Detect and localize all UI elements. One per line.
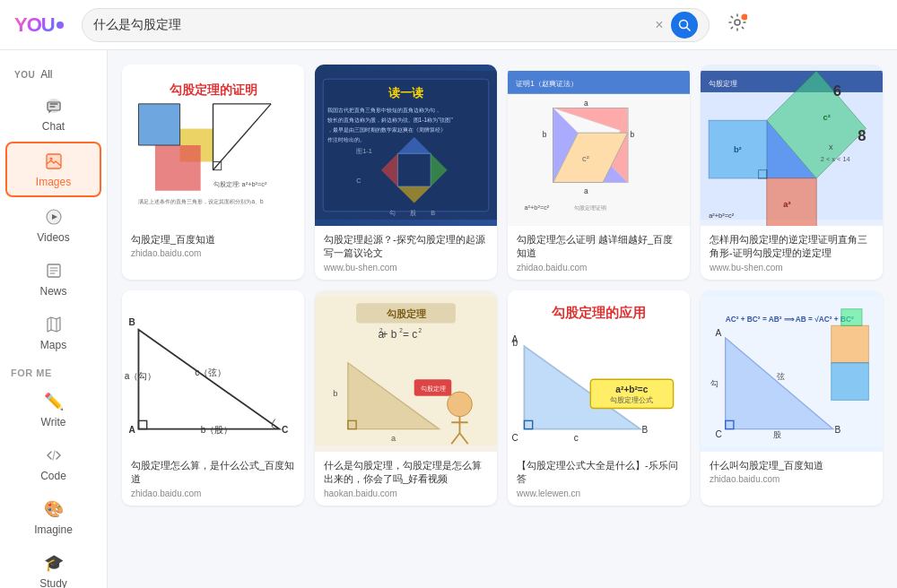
sidebar-item-videos[interactable]: Videos: [5, 199, 101, 251]
svg-text:= c: = c: [403, 328, 417, 341]
svg-rect-72: [767, 178, 816, 226]
svg-text:a²+b²=c²: a²+b²=c²: [709, 212, 734, 220]
svg-text:AC² + BC² = AB²  ⟹  AB = √AC² : AC² + BC² = AB² ⟹ AB = √AC² + BC²: [726, 314, 854, 323]
code-label: Code: [40, 470, 66, 482]
svg-text:C: C: [512, 433, 518, 443]
image-title-8: 什么叫勾股定理_百度知道: [710, 459, 874, 472]
image-info-8: 什么叫勾股定理_百度知道 zhidao.baidu.com: [701, 452, 883, 491]
news-icon: [43, 260, 65, 281]
svg-line-15: [53, 451, 55, 460]
image-info-7: 【勾股定理公式大全是什么】-乐乐问答 www.lelewen.cn: [508, 452, 690, 506]
image-info-1: 勾股定理_百度知道 zhidao.baidu.com: [122, 226, 304, 265]
svg-text:我国古代把直角三角形中较短的直角边称为勾，: 我国古代把直角三角形中较短的直角边称为勾，: [327, 107, 440, 113]
sidebar-item-write[interactable]: ✏️ Write: [5, 384, 101, 436]
svg-point-6: [49, 158, 52, 160]
sidebar-item-images[interactable]: Images: [5, 142, 101, 197]
image-source-3: zhidao.baidu.com: [517, 263, 681, 272]
image-info-3: 勾股定理怎么证明 越详细越好_百度知道 zhidao.baidu.com: [508, 226, 690, 280]
imagine-label: Imagine: [34, 523, 73, 536]
settings-button[interactable]: [727, 13, 747, 37]
svg-text:c²: c²: [823, 113, 831, 122]
svg-text:a: a: [584, 99, 588, 108]
image-title-5: 勾股定理怎么算，是什么公式_百度知道: [131, 459, 295, 487]
svg-text:弦: 弦: [777, 372, 785, 381]
image-title-4: 怎样用勾股定理的逆定理证明直角三角形-证明勾股定理的逆定理: [710, 233, 874, 261]
image-card-1[interactable]: 勾股定理的证明 勾股定理: a²+b²=c² 满足上述条件的直角三角形，设定其面…: [122, 65, 304, 280]
news-label: News: [39, 285, 66, 298]
svg-text:股: 股: [773, 430, 781, 439]
image-info-4: 怎样用勾股定理的逆定理证明直角三角形-证明勾股定理的逆定理 www.bu-she…: [701, 226, 883, 280]
image-thumb-8: A B C 勾 股 弦 AC² + BC² = AB² ⟹ AB = √AC² …: [701, 290, 883, 452]
image-thumb-5: A B C b（股） a（勾） c（弦）: [122, 290, 304, 452]
image-thumb-3: 证明1（赵爽证法） c² a b b: [508, 65, 690, 226]
image-info-5: 勾股定理怎么算，是什么公式_百度知道 zhidao.baidu.com: [122, 452, 304, 506]
main-layout: YOU All Chat Images: [0, 50, 897, 588]
sidebar-item-news[interactable]: News: [5, 253, 101, 305]
svg-point-106: [448, 392, 473, 417]
image-card-8[interactable]: A B C 勾 股 弦 AC² + BC² = AB² ⟹ AB = √AC² …: [701, 290, 883, 506]
svg-text:读一读: 读一读: [388, 86, 423, 99]
svg-text:A: A: [128, 425, 135, 435]
svg-rect-135: [832, 363, 869, 401]
clear-button[interactable]: ×: [655, 17, 663, 33]
sidebar-item-imagine[interactable]: 🎨 Imagine: [5, 491, 101, 543]
you-label: YOU: [14, 70, 35, 80]
image-source-5: zhidao.baidu.com: [131, 489, 295, 498]
svg-text:+ b: + b: [382, 328, 397, 341]
svg-rect-134: [832, 325, 869, 363]
sidebar-item-chat[interactable]: Chat: [5, 88, 101, 140]
sidebar-item-code[interactable]: Code: [5, 437, 101, 489]
image-card-7[interactable]: 勾股定理的应用 b c C B A: [508, 290, 690, 506]
image-card-2[interactable]: 读一读 我国古代把直角三角形中较短的直角边称为勾， 较长的直角边称为股，斜边称为…: [315, 65, 497, 280]
svg-text:b: b: [631, 130, 635, 139]
svg-text:勾股定理: 勾股定理: [709, 79, 737, 88]
logo-text: YOU: [14, 13, 55, 37]
svg-text:勾股定理证明: 勾股定理证明: [574, 204, 606, 211]
image-source-6: haokan.baidu.com: [324, 489, 488, 498]
write-label: Write: [41, 416, 66, 428]
image-title-2: 勾股定理起源？-探究勾股定理的起源写一篇议论文: [324, 233, 488, 261]
svg-rect-5: [47, 154, 61, 169]
images-icon: [43, 151, 65, 172]
image-card-5[interactable]: A B C b（股） a（勾） c（弦） 勾股定理怎么算，是什么公式_百度知道 …: [122, 290, 304, 506]
image-source-7: www.lelewen.cn: [517, 489, 681, 498]
image-card-4[interactable]: 勾股定理 b² a² c² a²+b²=c²: [701, 65, 883, 280]
search-bar: ×: [82, 8, 710, 42]
svg-text:b: b: [333, 388, 337, 397]
svg-text:勾股定理的证明: 勾股定理的证明: [169, 82, 257, 97]
sidebar: YOU All Chat Images: [0, 50, 108, 588]
svg-text:勾股定理: 勾股定理: [421, 385, 446, 393]
image-title-1: 勾股定理_百度知道: [131, 233, 295, 246]
svg-text:股: 股: [410, 209, 416, 217]
svg-text:勾股定理: 勾股定理: [386, 308, 427, 319]
chat-label: Chat: [42, 120, 65, 133]
svg-text:2 < x < 14: 2 < x < 14: [821, 155, 850, 163]
image-grid: 勾股定理的证明 勾股定理: a²+b²=c² 满足上述条件的直角三角形，设定其面…: [122, 65, 883, 506]
svg-text:勾: 勾: [710, 378, 718, 387]
svg-text:C: C: [282, 425, 289, 435]
content-area: 勾股定理的证明 勾股定理: a²+b²=c² 满足上述条件的直角三角形，设定其面…: [108, 50, 897, 588]
image-card-6[interactable]: 勾股定理 a 2 + b 2 = c 2 勾股定理: [315, 290, 497, 506]
svg-text:图1-1: 图1-1: [356, 147, 372, 155]
sidebar-item-study[interactable]: 🎓 Study: [5, 545, 101, 588]
svg-text:C: C: [356, 177, 361, 185]
svg-text:a²: a²: [783, 200, 790, 209]
write-icon: ✏️: [43, 391, 65, 412]
search-button[interactable]: [671, 12, 698, 39]
sidebar-item-maps[interactable]: Maps: [5, 307, 101, 359]
logo[interactable]: YOU: [14, 13, 64, 37]
search-input[interactable]: [93, 18, 656, 32]
svg-text:勾: 勾: [389, 209, 396, 217]
image-thumb-6: 勾股定理 a 2 + b 2 = c 2 勾股定理: [315, 290, 497, 452]
svg-text:勾股定理公式: 勾股定理公式: [610, 395, 653, 404]
study-icon: 🎓: [43, 552, 65, 574]
svg-text:c（弦）: c（弦）: [195, 367, 226, 376]
imagine-icon: 🎨: [43, 498, 65, 520]
svg-text:8: 8: [858, 127, 866, 144]
svg-text:B: B: [834, 425, 840, 435]
sidebar-item-all[interactable]: YOU All: [5, 63, 101, 86]
image-card-3[interactable]: 证明1（赵爽证法） c² a b b: [508, 65, 690, 280]
svg-line-1: [686, 27, 690, 30]
all-label: All: [40, 68, 52, 81]
image-title-6: 什么是勾股定理，勾股定理是怎么算出来的，你会了吗_好看视频: [324, 459, 488, 487]
